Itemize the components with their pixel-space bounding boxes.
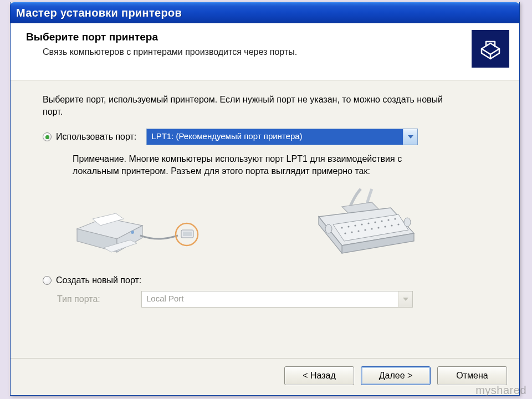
printer-banner-icon (472, 30, 509, 68)
desktop-background: Мастер установки принтеров Выберите порт… (0, 0, 532, 399)
next-button-label: Далее > (379, 371, 413, 381)
port-type-dropdown: Local Port (141, 291, 413, 308)
svg-rect-3 (183, 232, 192, 236)
svg-point-14 (351, 232, 352, 233)
svg-point-7 (361, 224, 362, 226)
svg-point-16 (364, 229, 366, 231)
next-button[interactable]: Далее > (361, 366, 431, 385)
title-bar[interactable]: Мастер установки принтеров (11, 2, 519, 23)
svg-point-5 (347, 226, 349, 228)
svg-point-17 (371, 228, 372, 230)
back-button-label: < Назад (303, 371, 336, 381)
use-port-label: Использовать порт: (56, 132, 136, 142)
chevron-down-icon (408, 135, 413, 139)
window-title: Мастер установки принтеров (16, 7, 182, 19)
svg-point-8 (367, 223, 369, 224)
svg-point-18 (377, 227, 379, 229)
wizard-body: Выберите порт, используемый принтером. Е… (11, 80, 519, 349)
back-button[interactable]: < Назад (284, 366, 354, 385)
instruction-text: Выберите порт, используемый принтером. Е… (43, 94, 464, 117)
svg-point-11 (387, 219, 389, 221)
cancel-button-label: Отмена (456, 371, 488, 381)
svg-point-0 (131, 231, 134, 234)
port-dropdown-button[interactable] (403, 129, 417, 145)
create-new-port-option[interactable]: Создать новый порт: (43, 275, 497, 285)
svg-point-9 (374, 222, 376, 223)
svg-point-15 (357, 231, 359, 232)
svg-point-4 (341, 227, 342, 229)
port-type-row: Тип порта: Local Port (57, 291, 497, 308)
svg-point-21 (397, 224, 399, 226)
port-type-value: Local Port (142, 291, 398, 307)
create-port-label: Создать новый порт: (56, 275, 141, 285)
use-port-radio[interactable] (43, 132, 52, 141)
svg-point-19 (384, 226, 386, 228)
port-type-label: Тип порта: (57, 294, 141, 304)
chevron-down-icon (403, 298, 408, 301)
create-port-radio[interactable] (43, 276, 52, 285)
port-dropdown[interactable]: LPT1: (Рекомендуемый порт принтера) (146, 129, 418, 145)
use-existing-port-option[interactable]: Использовать порт: LPT1: (Рекомендуемый … (43, 129, 497, 145)
port-type-dropdown-button (398, 291, 412, 307)
svg-point-22 (325, 224, 332, 233)
svg-point-13 (344, 233, 346, 234)
cancel-button[interactable]: Отмена (437, 366, 507, 385)
svg-point-10 (381, 221, 382, 222)
svg-point-23 (404, 218, 411, 227)
svg-point-20 (391, 225, 392, 227)
svg-point-12 (394, 218, 396, 220)
button-bar: < Назад Далее > Отмена (11, 359, 519, 395)
port-illustration (73, 186, 427, 263)
wizard-header: Выберите порт принтера Связь компьютеров… (11, 23, 519, 80)
page-subtitle: Связь компьютеров с принтерами производи… (43, 47, 472, 58)
page-title: Выберите порт принтера (26, 31, 472, 43)
wizard-window: Мастер установки принтеров Выберите порт… (10, 2, 520, 396)
port-note-text: Примечание. Многие компьютеры используют… (73, 153, 427, 177)
port-dropdown-value: LPT1: (Рекомендуемый порт принтера) (147, 129, 403, 145)
svg-point-6 (354, 225, 356, 227)
